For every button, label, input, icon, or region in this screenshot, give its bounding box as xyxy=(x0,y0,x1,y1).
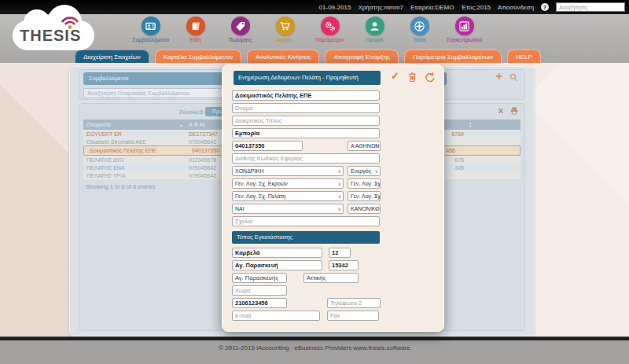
nav-item-taxis[interactable]: Taxis xyxy=(397,17,442,42)
contact-form: Α ΑΘΗΝΩΝ∨ ΧΟΝΔΡΙΚΗ∨ Ενεργός∨ Γεν. Λογ. Σ… xyxy=(232,90,436,323)
gl-customer-2-select[interactable]: Γεν. Λογ. Σχ∨ xyxy=(348,191,381,201)
gl-customer-select[interactable]: Γεν. Λογ. Σχ. Πελάτη∨ xyxy=(232,191,344,201)
chevron-down-icon: ∨ xyxy=(375,204,378,214)
phone2-field[interactable] xyxy=(327,298,381,308)
tax-office-select[interactable]: Α ΑΘΗΝΩΝ∨ xyxy=(348,141,381,151)
gl-expenses-2-select[interactable]: Γεν. Λογ. Σχ∨ xyxy=(348,178,381,189)
search-icon[interactable] xyxy=(509,73,518,82)
cart-icon xyxy=(276,17,295,35)
postal-code-field[interactable] xyxy=(329,260,359,270)
nav-item-reports[interactable]: Συγκεντρωτικά xyxy=(442,17,487,42)
nav-item-contacts[interactable]: Συμβαλλόμενοι xyxy=(128,17,173,42)
tab-contact-card[interactable]: Καρτέλα Συμβαλλόμενου xyxy=(155,50,241,63)
price-list-select[interactable]: ΧΟΝΔΡΙΚΗ∨ xyxy=(232,166,344,176)
header: THESIS Συμβαλλόμενοι Είδη Πωλήσεις xyxy=(0,14,629,63)
nav-label: Συμβαλλόμενοι xyxy=(132,37,169,42)
modal-title: Ενημέρωση Δεδομένων Πελάτη - Προμηθευτή xyxy=(234,71,381,85)
intl-tax-code-field[interactable] xyxy=(232,153,380,164)
installation-section-title: Τόπος Εγκατάστασης xyxy=(232,231,380,244)
nav-item-parameters[interactable]: Παράμετροι xyxy=(307,17,352,42)
sort-both-icon: ▲▼ xyxy=(469,122,472,127)
help-icon[interactable]: ? xyxy=(541,3,549,11)
tab-detailed-movements[interactable]: Αναλυτικές Κινήσεις xyxy=(247,50,319,63)
gl-expenses-select[interactable]: Γεν. Λογ. Σχ. Εκροών∨ xyxy=(232,178,344,189)
year-label: Έτος:2015 xyxy=(461,4,491,11)
content-area: Συμβαλλόμενοι + Σύνολο:6 Πρώτο X Ονομα xyxy=(0,63,629,336)
person-icon xyxy=(366,17,384,35)
save-check-icon[interactable]: ✓ xyxy=(391,70,399,82)
bar-chart-icon xyxy=(455,17,474,35)
city-field[interactable] xyxy=(232,260,322,270)
app-window: 01-09-2015 Χρήστης:mmm7 Εταιρεία:DEMO Έτ… xyxy=(0,0,629,364)
email-field[interactable] xyxy=(232,311,320,321)
nav-label: Πωλήσεις xyxy=(228,37,252,42)
delete-trash-icon[interactable] xyxy=(407,72,417,83)
chevron-down-icon: ∨ xyxy=(375,167,378,176)
topbar: 01-09-2015 Χρήστης:mmm7 Εταιρεία:DEMO Έτ… xyxy=(0,0,629,14)
nav-label: Προφίλ xyxy=(366,37,384,42)
user-label: Χρήστης:mmm7 xyxy=(358,4,403,11)
tab-opening-inventory[interactable]: Απογραφή Έναρξης xyxy=(325,50,399,63)
nav-item-profile[interactable]: Προφίλ xyxy=(352,17,397,42)
column-header-extra[interactable]: ▲▼ xyxy=(469,122,520,127)
chevron-down-icon: ∨ xyxy=(338,192,341,201)
main-nav: Συμβαλλόμενοι Είδη Πωλήσεις Αγορές xyxy=(128,17,487,42)
chevron-down-icon: ∨ xyxy=(375,179,378,189)
column-header-name[interactable]: Ονομασία ▲ xyxy=(83,122,186,127)
yes-no-select[interactable]: ΝΑΙ∨ xyxy=(232,204,344,214)
sort-asc-icon: ▲ xyxy=(179,123,183,127)
fax-field[interactable] xyxy=(327,311,379,321)
country-field[interactable] xyxy=(232,285,287,296)
company-label: Εταιρεία:DEMO xyxy=(410,4,454,11)
nav-item-sales[interactable]: Πωλήσεις xyxy=(218,17,263,42)
items-icon xyxy=(186,17,205,35)
tab-bar: Διαχείριση Στοιχείων Καρτέλα Συμβαλλόμεν… xyxy=(75,50,541,63)
phone1-field[interactable] xyxy=(232,298,287,308)
vat-regime-select[interactable]: ΚΑΝΟΝΙΚΟΣ∨ xyxy=(348,204,381,214)
trade-title-field[interactable] xyxy=(232,116,380,126)
chevron-down-icon: ∨ xyxy=(338,179,341,189)
nav-label: Taxis xyxy=(414,37,426,42)
street-field[interactable] xyxy=(232,248,322,258)
logo[interactable]: THESIS xyxy=(13,9,94,53)
chevron-down-icon: ∨ xyxy=(375,192,378,201)
copyright-label: © 2011-2015 iAccounting : eBusiness Prov… xyxy=(219,344,410,364)
chevron-down-icon: ∨ xyxy=(338,167,341,176)
chevron-down-icon: ∨ xyxy=(375,142,378,151)
municipality-field[interactable] xyxy=(232,273,287,283)
contacts-icon xyxy=(142,17,160,35)
nav-label: Παράμετροι xyxy=(315,37,344,42)
sales-tag-icon xyxy=(231,17,250,35)
add-contact-icon[interactable]: + xyxy=(496,70,502,83)
gears-icon xyxy=(321,17,340,35)
tab-help[interactable]: HELP xyxy=(507,50,541,63)
vat-number-field[interactable] xyxy=(232,141,303,151)
comments-field[interactable] xyxy=(232,216,380,226)
logout-link[interactable]: Αποσύνδεση xyxy=(498,4,534,11)
nav-item-items[interactable]: Είδη xyxy=(173,17,218,42)
print-icon[interactable] xyxy=(509,106,519,116)
street-number-field[interactable] xyxy=(329,248,351,258)
global-search-input[interactable] xyxy=(556,2,625,12)
date-label: 01-09-2015 xyxy=(319,4,351,11)
taxis-cross-icon xyxy=(410,17,429,35)
tab-contact-parameters[interactable]: Παράμετροι Συμβαλλομένων xyxy=(404,50,502,63)
status-select[interactable]: Ενεργός∨ xyxy=(348,166,381,176)
footer: © 2011-2015 iAccounting : eBusiness Prov… xyxy=(0,336,629,364)
profession-field[interactable] xyxy=(232,128,380,138)
nav-item-purchases[interactable]: Αγορές xyxy=(263,17,307,42)
company-name-field[interactable] xyxy=(232,90,380,101)
chevron-down-icon: ∨ xyxy=(338,204,341,214)
export-excel-icon[interactable]: X xyxy=(498,107,503,115)
total-label: Σύνολο:6 xyxy=(179,108,204,116)
prefecture-field[interactable] xyxy=(303,273,359,283)
edit-contact-modal: Ενημέρωση Δεδομένων Πελάτη - Προμηθευτή … xyxy=(222,64,444,332)
nav-label: Αγορές xyxy=(276,37,293,42)
first-name-field[interactable] xyxy=(232,103,380,113)
logo-title: THESIS xyxy=(20,27,81,45)
nav-label: Συγκεντρωτικά xyxy=(447,37,483,42)
undo-icon[interactable] xyxy=(425,72,436,83)
nav-label: Είδη xyxy=(189,37,200,42)
